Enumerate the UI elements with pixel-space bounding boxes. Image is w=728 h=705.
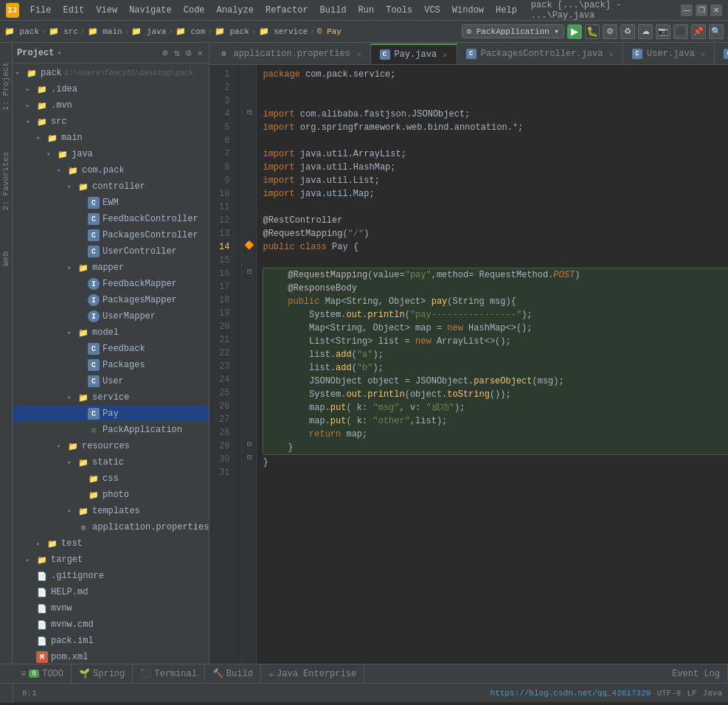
tab-close-icon[interactable]: ✕ (701, 49, 706, 59)
tree-item-templates[interactable]: ▾ 📁 templates (13, 503, 209, 519)
tree-item-css[interactable]: 📁 css (13, 470, 209, 487)
tree-item-test[interactable]: ▸ 📁 test (13, 535, 209, 552)
tree-item-controller[interactable]: ▾ 📁 controller (13, 178, 209, 195)
tree-item-compack[interactable]: ▾ 📁 com.pack (13, 162, 209, 178)
bread-java[interactable]: 📁 java (131, 27, 166, 36)
tree-item-src[interactable]: ▾ 📁 src (13, 114, 209, 130)
btab-todo[interactable]: ≡ 6 TODO (13, 664, 72, 684)
menu-window[interactable]: Window (447, 4, 489, 17)
tree-item-packagesmapper[interactable]: I PackagesMapper (13, 292, 209, 308)
left-tab-project[interactable]: 1: Project (0, 58, 12, 115)
tree-item-static[interactable]: ▾ 📁 static (13, 454, 209, 470)
tab-close-icon[interactable]: ✕ (356, 49, 361, 59)
menu-refactor[interactable]: Refactor (260, 4, 313, 17)
tree-item-pomxml[interactable]: M pom.xml (13, 649, 209, 664)
build-button[interactable]: ⚙ (603, 24, 617, 39)
menu-help[interactable]: Help (490, 4, 522, 17)
tree-item-photo[interactable]: 📁 photo (13, 487, 209, 503)
btab-java-enterprise[interactable]: ☕ Java Enterprise (261, 664, 364, 684)
tree-item-service[interactable]: ▾ 📁 service (13, 389, 209, 406)
tab-close-icon[interactable]: ✕ (609, 49, 614, 59)
camera-button[interactable]: 📷 (656, 24, 670, 39)
tree-item-mvnw[interactable]: 📄 mvnw (13, 600, 209, 617)
tab-pay-java[interactable]: C Pay.java ✕ (371, 44, 457, 64)
project-add-button[interactable]: ⊕ (161, 47, 170, 59)
menu-tools[interactable]: Tools (381, 4, 417, 17)
status-language[interactable]: Java (703, 689, 722, 698)
tree-item-idea[interactable]: ▸ 📁 .idea (13, 81, 209, 97)
pin-button[interactable]: 📌 (691, 24, 706, 39)
bread-src[interactable]: 📁 src (49, 27, 78, 36)
tree-item-packiml[interactable]: 📄 pack.iml (13, 633, 209, 649)
close-button[interactable]: ✕ (710, 4, 722, 16)
tree-item-appprops[interactable]: ⚙ application.properties (13, 519, 209, 535)
menu-view[interactable]: View (91, 4, 122, 17)
tree-item-mvn[interactable]: ▸ 📁 .mvn (13, 97, 209, 114)
btab-terminal[interactable]: ⬛ Terminal (133, 664, 205, 684)
run-config-selector[interactable]: ⚙ PackApplication ▾ (462, 24, 564, 38)
menu-run[interactable]: Run (353, 4, 380, 17)
tree-item-packapplication[interactable]: ⚙ PackApplication (13, 422, 209, 438)
tree-item-gitignore[interactable]: 📄 .gitignore (13, 568, 209, 584)
tree-item-feedbackcontroller[interactable]: C FeedbackController (13, 211, 209, 227)
status-position[interactable]: 8:1 (22, 689, 37, 698)
tab-application-properties[interactable]: ⚙ application.properties ✕ (209, 44, 370, 64)
menu-analyze[interactable]: Analyze (212, 4, 259, 17)
menu-file[interactable]: File (25, 4, 57, 17)
tree-item-mvnwcmd[interactable]: 📄 mvnw.cmd (13, 617, 209, 633)
bread-service[interactable]: 📁 service (259, 27, 308, 36)
tree-item-feedbackmapper[interactable]: I FeedbackMapper (13, 276, 209, 292)
menu-build[interactable]: Build (315, 4, 352, 17)
bread-pack2[interactable]: 📁 pack (215, 27, 249, 36)
cloud-button[interactable]: ☁ (638, 24, 653, 39)
tree-item-pay[interactable]: C Pay (13, 406, 209, 422)
run-button[interactable]: ▶ (567, 24, 582, 39)
bread-main[interactable]: 📁 main (88, 27, 122, 36)
tree-item-target[interactable]: ▸ 📁 target (13, 552, 209, 568)
restore-button[interactable]: ❐ (696, 4, 707, 16)
tree-item-usercontroller[interactable]: C UserController (13, 243, 209, 260)
tree-item-usermapper[interactable]: I UserMapper (13, 308, 209, 324)
debug-button[interactable]: 🐛 (585, 24, 600, 39)
btab-spring[interactable]: 🌱 Spring (72, 664, 133, 684)
menu-vcs[interactable]: VCS (419, 4, 446, 17)
status-encoding[interactable]: UTF-8 (656, 689, 681, 698)
tree-item-packages[interactable]: C Packages (13, 357, 209, 373)
tab-pa[interactable]: C Pa... ✕ (715, 44, 728, 64)
status-line-sep[interactable]: LF (687, 689, 696, 698)
search-button[interactable]: 🔍 (709, 24, 724, 39)
tree-item-mapper[interactable]: ▾ 📁 mapper (13, 260, 209, 276)
tab-user-java[interactable]: C User.java ✕ (623, 44, 715, 64)
stop-button[interactable]: ⬛ (673, 24, 688, 39)
tree-item-model[interactable]: ▾ 📁 model (13, 324, 209, 341)
tree-item-pack-root[interactable]: ▾ 📁 pack C:\Users\fancy55\Desktop\pack (13, 65, 209, 81)
menu-edit[interactable]: Edit (58, 4, 90, 17)
sync-button[interactable]: ♻ (620, 24, 635, 39)
bread-com[interactable]: 📁 com (176, 27, 205, 36)
minimize-button[interactable]: — (681, 4, 693, 16)
tab-packages-controller[interactable]: C PackagesController.java ✕ (457, 44, 623, 64)
tree-item-user[interactable]: C User (13, 373, 209, 389)
tree-item-main[interactable]: ▾ 📁 main (13, 130, 209, 146)
tree-item-packagescontroller[interactable]: C PackagesController (13, 227, 209, 243)
tree-item-ewm[interactable]: C EWM (13, 195, 209, 211)
left-tab-favorites[interactable]: 2: Favorites (0, 147, 12, 215)
bread-pay[interactable]: © Pay (317, 27, 342, 36)
project-dropdown-icon[interactable]: ▾ (57, 49, 61, 58)
status-url[interactable]: https://blog.csdn.net/qq_42617329 (490, 689, 651, 698)
tree-item-feedback[interactable]: C Feedback (13, 341, 209, 357)
project-close-button[interactable]: ✕ (196, 47, 205, 59)
btab-event-log[interactable]: Event Log (665, 664, 728, 684)
menu-navigate[interactable]: Navigate (124, 4, 177, 17)
tree-item-resources[interactable]: ▾ 📁 resources (13, 438, 209, 454)
project-settings-button[interactable]: ⚙ (184, 47, 193, 59)
tree-item-java[interactable]: ▾ 📁 java (13, 146, 209, 162)
bread-pack[interactable]: 📁 pack (4, 27, 39, 36)
btab-build[interactable]: 🔨 Build (205, 664, 261, 684)
tree-item-helpmd[interactable]: 📄 HELP.md (13, 584, 209, 600)
left-tab-web[interactable]: Web (0, 247, 12, 271)
tab-close-icon[interactable]: ✕ (443, 50, 448, 60)
menu-code[interactable]: Code (178, 4, 210, 17)
code-editor[interactable]: package com.pack.service; import com.ali… (257, 65, 728, 664)
project-sort-button[interactable]: ⇅ (173, 47, 181, 59)
